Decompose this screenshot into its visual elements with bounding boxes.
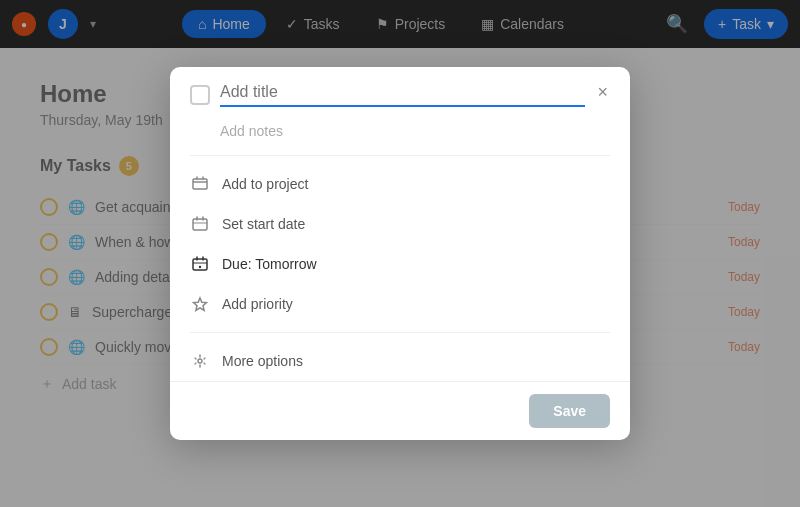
more-options-label: More options [222, 353, 303, 369]
modal-notes-placeholder[interactable]: Add notes [170, 115, 630, 147]
add-to-project-label: Add to project [222, 176, 308, 192]
add-priority-icon [190, 294, 210, 314]
modal-title-input[interactable] [220, 83, 585, 107]
modal-header: × [170, 67, 630, 115]
modal-task-checkbox[interactable] [190, 85, 210, 105]
due-date-icon [190, 254, 210, 274]
svg-point-4 [198, 359, 202, 363]
svg-point-3 [199, 266, 201, 268]
due-date-label: Due: Tomorrow [222, 256, 317, 272]
modal-divider-2 [190, 332, 610, 333]
modal-overlay: × Add notes Add to project [0, 0, 800, 507]
modal-more-options-row[interactable]: More options [170, 341, 630, 381]
set-start-date-icon [190, 214, 210, 234]
modal-set-start-date-row[interactable]: Set start date [170, 204, 630, 244]
svg-rect-2 [193, 259, 207, 270]
modal-add-priority-row[interactable]: Add priority [170, 284, 630, 324]
add-priority-label: Add priority [222, 296, 293, 312]
modal-footer: Save [170, 381, 630, 440]
svg-rect-1 [193, 219, 207, 230]
more-options-icon [190, 351, 210, 371]
add-task-modal: × Add notes Add to project [170, 67, 630, 440]
modal-divider-1 [190, 155, 610, 156]
svg-rect-0 [193, 179, 207, 189]
modal-due-date-row[interactable]: Due: Tomorrow [170, 244, 630, 284]
save-button[interactable]: Save [529, 394, 610, 428]
set-start-date-label: Set start date [222, 216, 305, 232]
add-to-project-icon [190, 174, 210, 194]
modal-add-to-project-row[interactable]: Add to project [170, 164, 630, 204]
modal-close-button[interactable]: × [595, 83, 610, 101]
